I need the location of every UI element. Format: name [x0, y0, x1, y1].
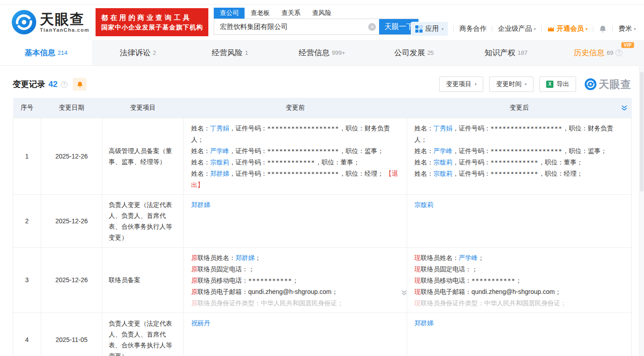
table-row: 2 2025-12-26 负责人变更（法定代表人、负责人、首席代表、合伙事务执行…: [13, 194, 632, 247]
search-tab-company[interactable]: 查公司: [214, 8, 245, 19]
tab-basic-info[interactable]: 基本信息214: [0, 40, 92, 65]
top-nav: 应用 ▾ 商务合作 企业级产品 ▾ 开通会员 ▾ 费米 ▾: [411, 22, 636, 36]
nav-enterprise[interactable]: 企业级产品 ▾: [498, 24, 536, 33]
person-link[interactable]: 严学峰: [459, 254, 478, 261]
section-title: 变更记录: [13, 79, 45, 90]
change-item: 高级管理人员备案（董事、监事、经理等）: [102, 118, 184, 194]
person-link[interactable]: 宗馥莉: [433, 170, 452, 177]
filter-change-item-button[interactable]: 变更项目 ▾: [439, 77, 484, 92]
nav-open-vip[interactable]: 开通会员 ▾: [547, 24, 588, 33]
row-index: 4: [13, 313, 41, 356]
scrollbar-thumb[interactable]: [640, 72, 644, 192]
person-link[interactable]: 宗馥莉: [433, 159, 452, 166]
chevron-down-icon: ▾: [442, 27, 444, 31]
section-actions: 变更项目 ▾ 变更时间 ▾ X 导出 天眼查: [439, 77, 631, 92]
notification-bell-icon[interactable]: [599, 25, 607, 33]
bell-icon: [77, 81, 83, 88]
person-link[interactable]: 宗馥莉: [414, 201, 433, 208]
search-box: ✕ 天眼一下: [214, 19, 418, 35]
person-link[interactable]: 郑群娣: [191, 201, 210, 208]
tab-operating-risk[interactable]: 经营风险1: [184, 40, 276, 65]
change-table-body: 1 2025-12-26 高级管理人员备案（董事、监事、经理等） 姓名：丁秀娟，…: [13, 118, 632, 356]
col-header-after: 变更后: [407, 98, 632, 118]
col-header-before: 变更前: [184, 98, 407, 118]
change-date: 2025-12-26: [41, 194, 102, 247]
apps-menu[interactable]: 应用 ▾: [411, 22, 448, 36]
collapse-all-icon[interactable]: [621, 105, 628, 111]
col-header-index: 序号: [13, 98, 41, 118]
company-tabs: 基本信息214 法律诉讼2 经营风险1 经营信息999+ 公司发展25 知识产权…: [0, 40, 644, 66]
nav-cooperation[interactable]: 商务合作: [459, 24, 486, 33]
search-tabs: 查公司 查老板 查关系 查风险: [214, 8, 418, 19]
nav-user[interactable]: 费米 ▾: [618, 24, 636, 33]
help-icon[interactable]: ?: [61, 81, 67, 88]
site-header: 天眼查 TianYanCha.com 都在用的商业查询工具 国家中小企业发展子基…: [0, 5, 644, 40]
person-link[interactable]: 祝丽丹: [191, 319, 210, 327]
filter-change-time-button[interactable]: 变更时间 ▾: [489, 77, 533, 92]
crown-icon: [547, 25, 555, 32]
person-link[interactable]: 丁秀娟: [210, 125, 229, 132]
top-strip: [0, 0, 644, 5]
subscribe-bell-button[interactable]: [73, 78, 87, 91]
tab-company-development[interactable]: 公司发展25: [368, 40, 460, 65]
change-before-cell: 姓名：丁秀娟，证件号码：******************，职位：财务负责人；…: [184, 118, 407, 194]
table-row: 3 2025-12-26 联络员备案 原联络员姓名：郑群娣；原联络员固定电话：；…: [13, 247, 632, 313]
tab-intellectual-property[interactable]: 知识产权187: [460, 40, 552, 65]
chevron-down-icon: ▾: [634, 27, 636, 31]
change-after-cell: 姓名：丁秀娟，证件号码：******************，职位：财务负责人；…: [407, 118, 632, 194]
apps-label: 应用: [425, 24, 439, 33]
table-header-row: 序号 变更日期 变更项目 变更前 变更后: [13, 98, 632, 118]
expand-row-icon[interactable]: [401, 290, 408, 296]
excel-icon: X: [546, 81, 553, 88]
tab-business-info[interactable]: 经营信息999+: [276, 40, 368, 65]
change-date: 2025-11-05: [41, 313, 102, 356]
row-index: 3: [13, 247, 41, 313]
person-link[interactable]: 宗馥莉: [210, 159, 229, 166]
tianyancha-logo-icon: [12, 10, 36, 34]
promo-line1: 都在用的商业查询工具: [101, 13, 203, 23]
person-link[interactable]: 郑群娣: [414, 319, 433, 327]
person-link[interactable]: 郑群娣: [210, 170, 229, 177]
brand-name: 天眼查: [40, 12, 89, 27]
help-icon[interactable]: ?: [615, 49, 622, 56]
row-index: 2: [13, 194, 41, 247]
chevron-down-icon: ▾: [586, 27, 588, 31]
change-date: 2025-12-26: [41, 118, 102, 194]
table-row: 4 2025-11-05 负责人变更（法定代表人、负责人、首席代表、合伙事务执行…: [13, 313, 632, 356]
change-after-cell: 宗馥莉: [407, 194, 632, 247]
tianyancha-logo-icon: [585, 78, 596, 90]
person-link[interactable]: 严学峰: [433, 147, 452, 154]
search-tab-boss[interactable]: 查老板: [245, 8, 275, 19]
page-scrollbar[interactable]: [639, 66, 644, 356]
change-record-table: 序号 变更日期 变更项目 变更前 变更后 1 2025-12-26 高级管理人员…: [13, 98, 631, 356]
person-link[interactable]: 丁秀娟: [433, 125, 452, 132]
divider: [541, 25, 542, 32]
search-tab-relation[interactable]: 查关系: [275, 8, 306, 19]
person-link[interactable]: 郑群娣: [235, 254, 255, 261]
promo-line2: 国家中小企业发展子基金旗下机构: [101, 23, 203, 32]
change-date: 2025-12-26: [41, 247, 102, 313]
watermark-logo: 天眼查: [585, 77, 631, 91]
section-head: 变更记录 42 ? 变更项目 ▾ 变更时间 ▾ X 导出 天眼查: [13, 77, 631, 92]
promo-banner: 都在用的商业查询工具 国家中小企业发展子基金旗下机构: [96, 8, 208, 36]
tab-legal[interactable]: 法律诉讼2: [92, 40, 184, 65]
vip-badge: VIP: [621, 42, 634, 48]
apps-grid-icon: [415, 25, 423, 33]
divider: [612, 25, 613, 32]
person-link[interactable]: 严学峰: [210, 147, 229, 154]
brand-domain: TianYanCha.com: [40, 27, 89, 33]
search-input[interactable]: [214, 19, 379, 34]
chevron-down-icon: ▾: [475, 82, 477, 87]
table-row: 1 2025-12-26 高级管理人员备案（董事、监事、经理等） 姓名：丁秀娟，…: [13, 118, 632, 194]
search-tab-risk[interactable]: 查风险: [306, 8, 337, 19]
change-before-cell: 原联络员姓名：郑群娣；原联络员固定电话：；原联络员移动电话：**********…: [184, 247, 407, 313]
col-header-date: 变更日期: [41, 98, 102, 118]
search-area: 查公司 查老板 查关系 查风险 ✕ 天眼一下: [214, 8, 418, 35]
divider: [593, 25, 593, 32]
chevron-down-icon: ▾: [524, 82, 527, 87]
tab-history-info[interactable]: VIP 历史信息69 ?: [552, 40, 644, 65]
col-header-item: 变更项目: [102, 98, 184, 118]
tianyancha-logo[interactable]: 天眼查 TianYanCha.com: [12, 10, 89, 34]
divider: [492, 25, 492, 32]
export-button[interactable]: X 导出: [539, 77, 576, 92]
